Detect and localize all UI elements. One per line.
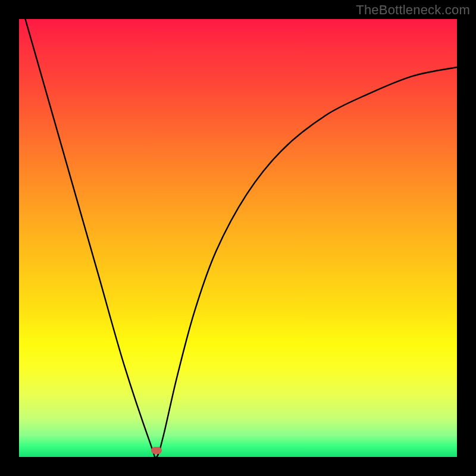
bottleneck-curve — [19, 19, 457, 457]
optimal-point-marker — [151, 447, 162, 454]
chart-frame: TheBottleneck.com — [0, 0, 476, 476]
curve-svg — [19, 19, 457, 457]
watermark-text: TheBottleneck.com — [356, 2, 470, 18]
plot-area — [19, 19, 457, 457]
